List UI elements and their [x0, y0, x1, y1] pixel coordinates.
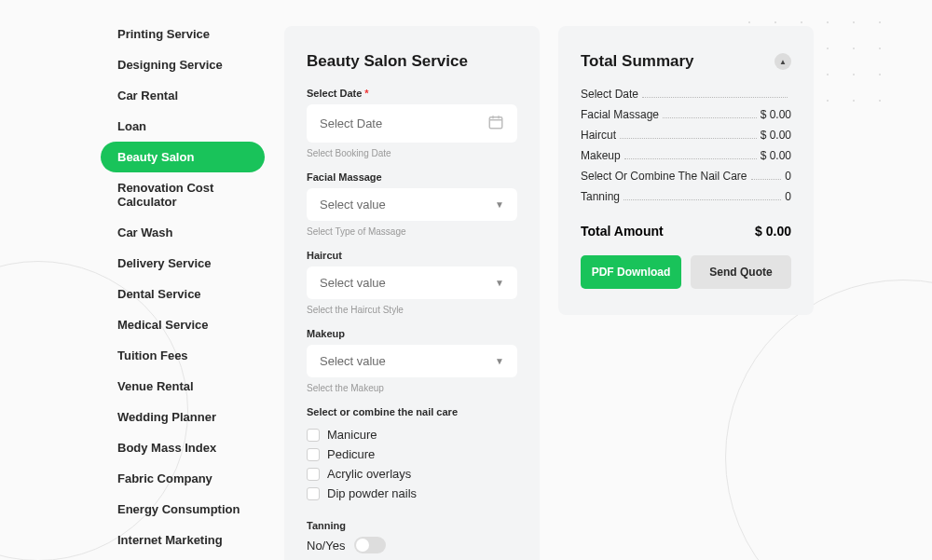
summary-line-label: Makeup — [581, 149, 621, 162]
dotted-leader — [624, 158, 757, 159]
summary-line-label: Haircut — [581, 129, 616, 142]
sidebar-item-fabric-company[interactable]: Fabric Company — [101, 463, 265, 494]
sidebar-item-dental-service[interactable]: Dental Service — [101, 279, 265, 309]
checkbox-label: Pedicure — [327, 447, 375, 461]
sidebar-item-designing-service[interactable]: Designing Service — [101, 49, 265, 80]
dotted-leader — [663, 117, 757, 118]
summary-line-value: $ 0.00 — [761, 108, 791, 121]
chevron-down-icon: ▼ — [495, 356, 504, 366]
summary-line: Select Or Combine The Nail Care0 — [581, 170, 791, 183]
nailcare-option-pedicure[interactable]: Pedicure — [307, 444, 517, 464]
calendar-icon — [487, 114, 504, 133]
checkbox-icon — [307, 448, 320, 461]
dotted-leader — [624, 199, 781, 200]
makeup-select[interactable]: Select value ▼ — [307, 345, 517, 377]
date-placeholder: Select Date — [320, 116, 382, 130]
summary-lines: Select DateFacial Massage$ 0.00Haircut$ … — [581, 88, 791, 203]
sidebar: Printing ServiceDesigning ServiceCar Ren… — [0, 0, 266, 560]
sidebar-item-internet-marketing[interactable]: Internet Marketing — [101, 525, 265, 555]
sidebar-item-energy-consumption[interactable]: Energy Consumption — [101, 494, 265, 525]
makeup-helper: Select the Makeup — [307, 383, 517, 393]
chevron-down-icon: ▼ — [495, 278, 504, 288]
sidebar-item-venue-rental[interactable]: Venue Rental — [101, 371, 265, 402]
summary-line-value: $ 0.00 — [761, 129, 791, 142]
checkbox-icon — [307, 429, 320, 442]
nailcare-label: Select or combine the nail care — [307, 406, 517, 417]
pdf-download-button[interactable]: PDF Download — [581, 255, 681, 289]
checkbox-label: Manicure — [327, 428, 377, 442]
sidebar-item-car-rental[interactable]: Car Rental — [101, 80, 265, 111]
date-input[interactable]: Select Date — [307, 104, 517, 143]
chevron-down-icon: ▼ — [495, 199, 504, 210]
send-quote-button[interactable]: Send Quote — [691, 255, 791, 289]
sidebar-item-wedding-planner[interactable]: Wedding Planner — [101, 402, 265, 432]
dotted-leader — [751, 179, 782, 180]
tanning-label: Tanning — [307, 520, 517, 531]
checkbox-label: Dip powder nails — [327, 486, 417, 500]
summary-title: Total Summary — [581, 52, 694, 71]
beauty-salon-form: Beauty Salon Service Select Date * Selec… — [284, 26, 540, 560]
haircut-select[interactable]: Select value ▼ — [307, 266, 517, 299]
tanning-value-text: No/Yes — [307, 539, 345, 553]
summary-line: Facial Massage$ 0.00 — [581, 108, 791, 121]
sidebar-item-car-wash[interactable]: Car Wash — [101, 217, 265, 248]
checkbox-icon — [307, 487, 320, 500]
svg-rect-0 — [489, 117, 502, 129]
date-label: Select Date * — [307, 88, 517, 99]
summary-line: Select Date — [581, 88, 791, 101]
required-marker: * — [364, 88, 368, 99]
facial-select[interactable]: Select value ▼ — [307, 188, 517, 221]
summary-line-value: 0 — [785, 170, 791, 183]
nailcare-option-manicure[interactable]: Manicure — [307, 425, 517, 444]
sidebar-item-body-mass-index[interactable]: Body Mass Index — [101, 432, 265, 463]
sidebar-item-tuition-fees[interactable]: Tuition Fees — [101, 340, 265, 371]
sidebar-item-printing-service[interactable]: Printing Service — [101, 19, 265, 49]
summary-line-label: Facial Massage — [581, 108, 659, 121]
tanning-toggle[interactable] — [354, 537, 386, 553]
nailcare-option-acrylic-overlays[interactable]: Acrylic overlays — [307, 464, 517, 484]
nailcare-options: ManicurePedicureAcrylic overlaysDip powd… — [307, 425, 517, 503]
summary-line-label: Select Date — [581, 88, 638, 101]
sidebar-item-tax-calculator[interactable]: Tax Calculator — [101, 555, 265, 560]
sidebar-item-loan[interactable]: Loan — [101, 111, 265, 142]
total-summary: Total Summary ▲ Select DateFacial Massag… — [558, 26, 814, 315]
collapse-icon[interactable]: ▲ — [774, 53, 791, 70]
date-helper: Select Booking Date — [307, 148, 517, 158]
facial-helper: Select Type of Massage — [307, 226, 517, 237]
checkbox-icon — [307, 468, 320, 481]
total-amount-value: $ 0.00 — [755, 224, 791, 239]
sidebar-item-renovation-cost-calculator[interactable]: Renovation Cost Calculator — [101, 172, 265, 217]
checkbox-label: Acrylic overlays — [327, 467, 411, 481]
summary-line-label: Tanning — [581, 190, 620, 203]
nailcare-option-dip-powder-nails[interactable]: Dip powder nails — [307, 484, 517, 503]
sidebar-item-delivery-service[interactable]: Delivery Service — [101, 248, 265, 279]
haircut-label: Haircut — [307, 250, 517, 261]
form-title: Beauty Salon Service — [307, 52, 517, 71]
total-amount-label: Total Amount — [581, 224, 664, 239]
makeup-label: Makeup — [307, 328, 517, 339]
summary-line-value: $ 0.00 — [761, 149, 791, 162]
sidebar-item-medical-service[interactable]: Medical Service — [101, 309, 265, 340]
facial-label: Facial Massage — [307, 171, 517, 183]
summary-line: Haircut$ 0.00 — [581, 129, 791, 142]
haircut-helper: Select the Haircut Style — [307, 305, 517, 315]
summary-line-value: 0 — [785, 190, 791, 203]
sidebar-item-beauty-salon[interactable]: Beauty Salon — [101, 142, 265, 172]
summary-line: Makeup$ 0.00 — [581, 149, 791, 162]
dotted-leader — [620, 138, 757, 139]
dotted-leader — [642, 97, 788, 98]
summary-line-label: Select Or Combine The Nail Care — [581, 170, 747, 183]
summary-line: Tanning0 — [581, 190, 791, 203]
